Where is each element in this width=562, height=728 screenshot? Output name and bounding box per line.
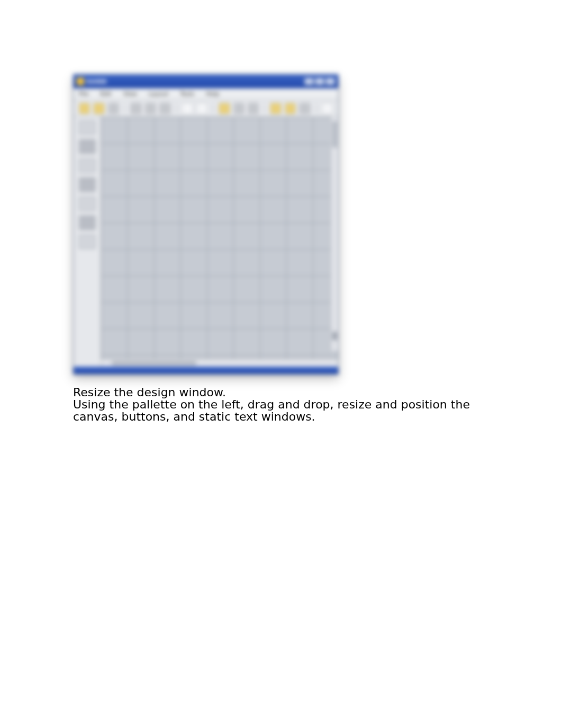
toolbar-separator-icon [176,103,177,114]
design-canvas[interactable] [101,117,338,359]
palette-edit-text-icon[interactable] [79,215,96,230]
tool-bar [74,100,338,117]
toolbar-separator-icon [264,103,265,114]
toolbar-new-icon[interactable] [79,103,90,114]
toolbar-align-right-icon[interactable] [248,103,259,114]
minimize-button[interactable] [304,78,314,85]
component-palette [74,117,101,367]
toolbar-extra-icon[interactable] [322,103,333,114]
palette-select-icon[interactable] [79,120,96,135]
menu-file[interactable]: File [79,90,88,97]
caption-block: Resize the design window. Using the pall… [73,386,491,423]
toolbar-save-icon[interactable] [108,103,119,114]
title-bar[interactable]: GUIDE [74,75,338,88]
menu-edit[interactable]: Edit [100,90,111,97]
layout-grid [101,117,338,359]
toolbar-undo-icon[interactable] [182,103,193,114]
toolbar-cut-icon[interactable] [130,103,141,114]
menu-tools[interactable]: Tools [180,90,194,97]
toolbar-open-icon[interactable] [93,103,104,114]
toolbar-align-center-icon[interactable] [233,103,244,114]
palette-radio-button-icon[interactable] [79,177,96,192]
toolbar-separator-icon [316,103,316,114]
toolbar-align-left-icon[interactable] [219,103,230,114]
maximize-button[interactable] [315,78,324,85]
toolbar-separator-icon [124,103,125,114]
palette-checkbox-icon[interactable] [79,196,96,211]
toolbar-distribute-v-icon[interactable] [285,103,296,114]
palette-push-button-icon[interactable] [79,139,96,154]
vertical-scroll-thumb[interactable] [332,121,337,148]
menu-layout[interactable]: Layout [149,90,168,97]
guide-app-window: GUIDE File Edit View Layout Tools Help [73,74,339,375]
status-bar [74,367,338,374]
toolbar-redo-icon[interactable] [196,103,207,114]
vertical-scrollbar[interactable] [331,117,338,351]
menu-view[interactable]: View [123,90,137,97]
toolbar-copy-icon[interactable] [145,103,156,114]
caption-line-1: Resize the design window. [73,386,491,398]
palette-slider-icon[interactable] [79,158,96,173]
app-icon [77,78,84,85]
menu-help[interactable]: Help [206,90,219,97]
vertical-scroll-end[interactable] [332,332,337,340]
palette-static-text-icon[interactable] [79,234,96,249]
menu-bar: File Edit View Layout Tools Help [74,88,338,100]
toolbar-run-icon[interactable] [299,103,310,114]
horizontal-scrollbar[interactable] [101,359,338,367]
close-button[interactable] [325,78,335,85]
window-title: GUIDE [86,78,107,85]
window-controls [304,78,335,85]
horizontal-scroll-thumb[interactable] [112,361,196,366]
toolbar-distribute-h-icon[interactable] [270,103,281,114]
toolbar-paste-icon[interactable] [159,103,170,114]
caption-line-2: Using the pallette on the left, drag and… [73,398,491,423]
toolbar-separator-icon [213,103,213,114]
